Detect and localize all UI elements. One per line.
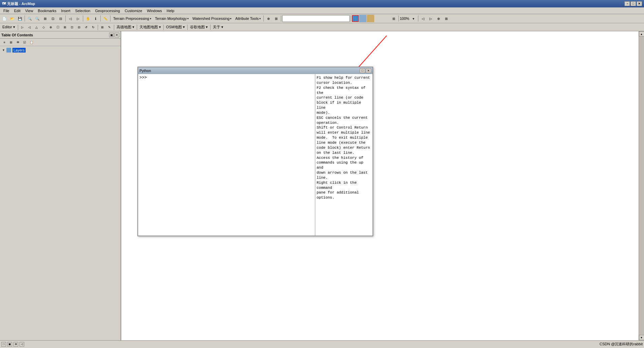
edit-btn-9[interactable]: ⊟ — [76, 24, 83, 30]
app-title: 无标题 - ArcMap — [7, 1, 35, 6]
edit-btn-12[interactable]: ⊞ — [99, 24, 106, 30]
menu-view[interactable]: View — [23, 8, 35, 13]
zoom-layer-button[interactable]: ⊡ — [49, 15, 57, 22]
terrain-morphology-dropdown[interactable]: Terrain Morphology ▾ — [153, 15, 190, 22]
toolbar-separator-6 — [263, 15, 264, 22]
search-input[interactable] — [282, 15, 350, 22]
zoom-selection-button[interactable]: ⊟ — [57, 15, 64, 22]
about-btn[interactable]: 关于 ▾ — [212, 25, 225, 30]
menu-customize[interactable]: Customize — [123, 8, 144, 13]
tianditu-map-btn[interactable]: 天地图地图 ▾ — [138, 25, 162, 30]
toolbar2-sep1 — [18, 25, 18, 30]
map-button-3[interactable] — [367, 15, 374, 22]
toolbar2-sep4 — [137, 25, 137, 30]
zoom-full-button[interactable]: ⊞ — [41, 15, 49, 22]
toc-list-by-source[interactable]: ⊞ — [8, 40, 14, 45]
pan-button[interactable]: ✋ — [84, 15, 92, 22]
scroll-down-button[interactable]: ▼ — [639, 335, 644, 340]
title-bar: 🗺 无标题 - ArcMap － □ ✕ — [0, 0, 644, 7]
edit-btn-7[interactable]: ⊞ — [62, 24, 68, 30]
python-minimize-button[interactable]: □ — [360, 68, 365, 73]
toc-list-by-selection[interactable]: ☑ — [22, 40, 28, 45]
status-btn-3[interactable]: ⊕ — [13, 342, 18, 347]
toc-header: Table Of Contents ▣ ✕ — [0, 31, 121, 39]
toc-list-by-drawing-order[interactable]: ≡ — [1, 40, 7, 45]
scroll-track[interactable] — [639, 37, 644, 335]
toolbar-separator-9 — [398, 15, 399, 22]
maximize-button[interactable]: □ — [631, 1, 636, 6]
toc-layers-group[interactable]: ▼ Layers — [1, 47, 119, 53]
status-btn-1[interactable]: □ — [1, 342, 6, 347]
terrain-preprocessing-label: Terrain Preprocessing — [113, 16, 149, 21]
move-button[interactable]: ⊕ — [265, 15, 272, 22]
menu-geoprocessing[interactable]: Geoprocessing — [93, 8, 122, 13]
edit-btn-3[interactable]: △ — [33, 24, 40, 30]
menu-insert[interactable]: Insert — [59, 8, 72, 13]
menu-help[interactable]: Help — [165, 8, 176, 13]
map-area[interactable]: Python □ ✕ >>> F1 show help for current … — [121, 31, 639, 340]
menu-selection[interactable]: Selection — [73, 8, 92, 13]
toolbar2-sep7 — [210, 25, 211, 30]
map-button-1[interactable] — [352, 15, 359, 22]
edit-btn-1[interactable]: ▷ — [19, 24, 26, 30]
editor-dropdown[interactable]: Editor ▾ — [1, 24, 17, 31]
identify-button[interactable]: ℹ — [92, 15, 99, 22]
python-close-button[interactable]: ✕ — [366, 68, 371, 73]
close-button[interactable]: ✕ — [637, 1, 642, 6]
open-button[interactable]: 📂 — [8, 15, 16, 22]
status-btn-4[interactable]: ◁ — [20, 342, 24, 347]
python-window[interactable]: Python □ ✕ >>> F1 show help for current … — [137, 67, 373, 236]
map-button-5[interactable] — [382, 15, 390, 22]
terrain-preprocessing-dropdown[interactable]: Terrain Preprocessing ▾ — [111, 15, 153, 22]
toc-expand-icon: ▼ — [2, 48, 5, 52]
zoom-label: 100% — [400, 16, 409, 21]
forward-button[interactable]: ▷ — [74, 15, 82, 22]
watershed-processing-dropdown[interactable]: Watershed Processing ▾ — [191, 15, 233, 22]
menu-file[interactable]: File — [1, 8, 11, 13]
menu-bookmarks[interactable]: Bookmarks — [36, 8, 58, 13]
edit-btn-2[interactable]: ◁ — [26, 24, 33, 30]
edit-btn-13[interactable]: ✎ — [106, 24, 113, 30]
status-btn-2[interactable]: ▣ — [7, 342, 12, 347]
menu-windows[interactable]: Windows — [145, 8, 164, 13]
edit-btn-8[interactable]: ⊡ — [69, 24, 75, 30]
edit-btn-10[interactable]: ↺ — [83, 24, 90, 30]
edit-btn-4[interactable]: ◇ — [40, 24, 47, 30]
menu-edit[interactable]: Edit — [12, 8, 23, 13]
back-button[interactable]: ◁ — [67, 15, 74, 22]
toc-open-attribute-table[interactable]: 📋 — [28, 40, 34, 45]
zoom-in-button[interactable]: 🔍 — [26, 15, 33, 22]
right-scrollbar[interactable]: ▲ ▼ — [639, 31, 644, 340]
right-toolbar-btn1[interactable]: ◁ — [419, 15, 427, 22]
zoom-out-button[interactable]: 🔍 — [34, 15, 41, 22]
osm-map-btn[interactable]: OSM地图 ▾ — [165, 25, 186, 30]
gaode-map-btn[interactable]: 高德地图 ▾ — [115, 25, 136, 30]
save-button[interactable]: 💾 — [16, 15, 24, 22]
map-button-2[interactable] — [359, 15, 366, 22]
toc-panel: Table Of Contents ▣ ✕ ≡ ⊞ 👁 ☑ 📋 ▼ Layers — [0, 31, 121, 340]
google-map-btn[interactable]: 谷歌地图 ▾ — [189, 25, 209, 30]
toc-list-by-visibility[interactable]: 👁 — [15, 40, 21, 45]
measure-button[interactable]: 📏 — [102, 15, 109, 22]
right-toolbar-btn4[interactable]: ⊞ — [443, 15, 450, 22]
scroll-up-button[interactable]: ▲ — [639, 31, 644, 37]
map-content: Python □ ✕ >>> F1 show help for current … — [121, 31, 639, 340]
toc-content: ▼ Layers — [0, 46, 121, 340]
zoom-dropdown[interactable]: ▾ — [410, 15, 417, 22]
map-button-4[interactable] — [375, 15, 382, 22]
toc-close-button[interactable]: ✕ — [115, 33, 119, 37]
python-input-pane[interactable]: >>> — [138, 74, 315, 236]
attribute-tools-dropdown[interactable]: Attribute Tools ▾ — [233, 15, 262, 22]
edit-btn-6[interactable]: ☐ — [55, 24, 61, 30]
map-button-6[interactable]: ⊞ — [390, 15, 397, 22]
toc-pin-button[interactable]: ▣ — [109, 33, 114, 37]
right-toolbar-btn2[interactable]: ▷ — [427, 15, 434, 22]
toolbar-separator-8 — [351, 15, 351, 22]
edit-btn-11[interactable]: ↻ — [90, 24, 97, 30]
minimize-button[interactable]: － — [624, 1, 630, 6]
right-toolbar-btn3[interactable]: ⊕ — [435, 15, 442, 22]
edit-btn-5[interactable]: ⊕ — [47, 24, 54, 30]
resize-button[interactable]: ⊞ — [272, 15, 280, 22]
toolbar-separator-3 — [83, 15, 83, 22]
new-button[interactable]: 📄 — [1, 15, 8, 22]
